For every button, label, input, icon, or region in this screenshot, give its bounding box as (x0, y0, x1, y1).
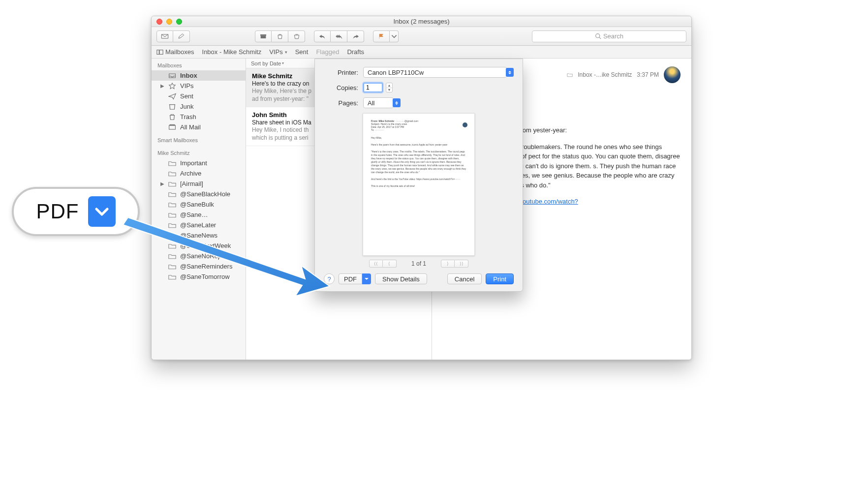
copies-label: Copies: (324, 84, 358, 91)
svg-rect-0 (260, 34, 266, 36)
callout-label: PDF (36, 200, 79, 223)
reply-all-button[interactable] (331, 30, 347, 42)
get-mail-button[interactable] (156, 30, 173, 42)
fav-vips[interactable]: VIPs▾ (269, 48, 287, 56)
print-button[interactable]: Print (486, 273, 514, 284)
sidebar-folder[interactable]: @SaneBlackHole (152, 189, 246, 199)
toolbar: Search (152, 27, 691, 46)
page-prev-btn[interactable]: ⟨ (383, 260, 397, 268)
svg-rect-3 (157, 50, 159, 54)
pdf-dropdown[interactable]: PDF (339, 273, 371, 284)
sidebar-inbox[interactable]: Inbox (152, 70, 246, 81)
fav-sent[interactable]: Sent (295, 48, 309, 56)
sidebar-vips[interactable]: ▶VIPs (152, 81, 246, 91)
sidebar-folder[interactable]: @Sane… (152, 210, 246, 220)
svg-rect-4 (159, 50, 163, 54)
sidebar-folder[interactable]: Archive (152, 168, 246, 179)
print-preview: From: Mike Schmitz ·············@gmail.c… (363, 113, 475, 256)
sidebar: Mailboxes Inbox ▶VIPs Sent Junk Trash Al… (152, 59, 246, 360)
delete-button[interactable] (272, 30, 288, 42)
junk-button[interactable] (288, 30, 305, 42)
sidebar-heading-account: Mike Schmitz (152, 148, 246, 158)
chevron-down-icon (362, 273, 371, 284)
sidebar-folder[interactable]: @SaneReminders (152, 261, 246, 272)
sidebar-folder[interactable]: @SaneTomorrow (152, 272, 246, 282)
search-field[interactable]: Search (532, 30, 686, 42)
sidebar-allmail[interactable]: All Mail (152, 122, 246, 132)
avatar (664, 66, 681, 83)
content-time: 3:37 PM (637, 71, 659, 78)
page-first-btn[interactable]: ⟨⟨ (369, 260, 383, 268)
forward-button[interactable] (347, 30, 364, 42)
favorites-bar: Mailboxes Inbox - Mike Schmitz VIPs▾ Sen… (152, 46, 691, 59)
page-last-btn[interactable]: ⟩⟩ (455, 260, 468, 268)
reply-button[interactable] (314, 30, 331, 42)
flag-menu-button[interactable] (390, 30, 399, 42)
svg-point-2 (596, 34, 600, 38)
mail-window: Inbox (2 messages) Search Mai (151, 16, 692, 360)
window-title: Inbox (2 messages) (152, 18, 691, 25)
sidebar-trash[interactable]: Trash (152, 112, 246, 122)
pages-select[interactable]: All (363, 97, 394, 108)
fav-flagged[interactable]: Flagged (316, 48, 339, 56)
show-details-button[interactable]: Show Details (375, 273, 427, 284)
sidebar-folder[interactable]: Important (152, 158, 246, 168)
fav-mailboxes[interactable]: Mailboxes (156, 48, 194, 56)
search-icon (595, 33, 601, 39)
flag-button[interactable] (373, 30, 390, 42)
fav-drafts[interactable]: Drafts (347, 48, 364, 56)
printer-label: Printer: (324, 69, 358, 76)
sidebar-folder[interactable]: @SaneNextWeek (152, 241, 246, 251)
print-dialog: Printer: Canon LBP7110Cw Copies: ▲▼ Page… (314, 59, 523, 292)
page-indicator: 1 of 1 (411, 260, 426, 267)
content-folder: Inbox -…ike Schmitz (578, 71, 632, 78)
fav-inbox[interactable]: Inbox - Mike Schmitz (202, 48, 262, 56)
folder-icon (567, 72, 573, 77)
svg-rect-1 (261, 35, 266, 38)
sidebar-folder[interactable]: ▶[Airmail] (152, 179, 246, 189)
copies-input[interactable] (363, 83, 383, 92)
page-next-btn[interactable]: ⟩ (441, 260, 455, 268)
sidebar-heading-mailboxes: Mailboxes (152, 60, 246, 70)
pages-select-arrow[interactable] (393, 98, 401, 107)
sidebar-heading-smart: Smart Mailboxes (152, 135, 246, 145)
sidebar-folder[interactable]: @SaneLater (152, 220, 246, 230)
printer-select-arrow[interactable] (506, 68, 514, 77)
search-placeholder: Search (603, 32, 623, 40)
sidebar-folder[interactable]: @SaneBulk (152, 199, 246, 210)
svg-rect-5 (169, 125, 176, 129)
sidebar-junk[interactable]: Junk (152, 101, 246, 112)
cancel-button[interactable]: Cancel (447, 273, 482, 284)
sidebar-folder[interactable]: @SaneNoReplies (152, 251, 246, 261)
callout-chevron-icon (88, 196, 116, 227)
archive-button[interactable] (255, 30, 272, 42)
sidebar-sent[interactable]: Sent (152, 91, 246, 101)
pages-label: Pages: (324, 99, 358, 107)
titlebar: Inbox (2 messages) (152, 16, 691, 27)
help-button[interactable]: ? (324, 273, 335, 284)
svg-rect-6 (170, 124, 175, 125)
copies-stepper[interactable]: ▲▼ (386, 83, 393, 92)
compose-button[interactable] (173, 30, 190, 42)
sidebar-folder[interactable]: @SaneNews (152, 230, 246, 241)
printer-select[interactable]: Canon LBP7110Cw (363, 67, 507, 78)
pdf-callout: PDF (12, 187, 140, 236)
